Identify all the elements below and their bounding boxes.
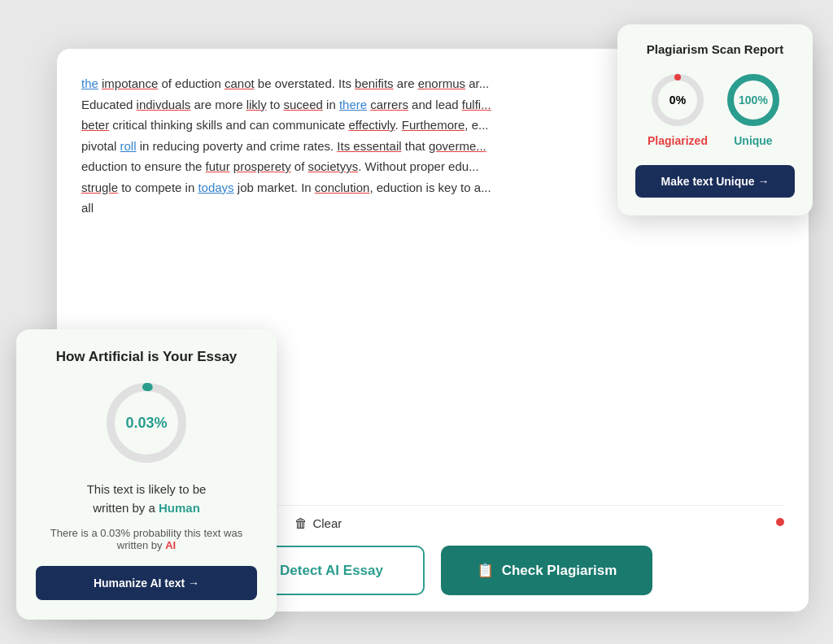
word-furthemore: Furthemore	[402, 118, 465, 132]
plagiarized-percent: 0%	[669, 94, 686, 107]
word-enormus: enormus	[418, 76, 465, 90]
word-societyys: societyys	[308, 159, 359, 173]
humanize-button[interactable]: Humanize AI text →	[36, 566, 257, 600]
ai-word: AI	[165, 539, 176, 551]
word-benifits: benifits	[355, 76, 394, 90]
unique-gauge: 100%	[724, 71, 783, 129]
word-impotance: impotance	[102, 76, 158, 90]
word-todays: todays	[198, 181, 233, 194]
scan-report-card: Plagiarism Scan Report 0% Plagiarized 10…	[617, 24, 813, 215]
check-plagiarism-button[interactable]: 📋 Check Plagiarism	[441, 546, 652, 595]
plagiarized-gauge: 0%	[648, 71, 707, 129]
trash-icon: 🗑	[294, 516, 307, 531]
word-roll: roll	[120, 139, 137, 153]
word-the: the	[81, 76, 98, 90]
word-likly: likly	[246, 98, 267, 111]
unique-percent: 100%	[739, 94, 768, 107]
word-strugle: strugle	[81, 181, 118, 194]
unique-label: Unique	[734, 134, 772, 147]
clear-button[interactable]: 🗑 Clear	[294, 516, 342, 531]
plagiarized-label: Plagiarized	[648, 134, 708, 147]
word-suceed: suceed	[284, 98, 323, 111]
human-word: Human	[159, 501, 200, 515]
ai-description: This text is likely to be written by a H…	[36, 481, 257, 517]
ai-gauge-wrapper: 0.03%	[36, 378, 257, 468]
document-icon: 📋	[477, 562, 494, 579]
unique-gauge-item: 100% Unique	[724, 71, 783, 147]
word-futur: futur	[206, 159, 230, 173]
ai-gauge: 0.03%	[102, 378, 191, 468]
word-fulfi: fulfi...	[462, 98, 491, 111]
word-its-essentail: Its essentail	[337, 139, 401, 153]
plagiarized-gauge-item: 0% Plagiarized	[648, 71, 708, 147]
word-prosperety: prosperety	[233, 159, 291, 173]
word-there: there	[339, 98, 367, 111]
word-effectivly: effectivly	[349, 118, 395, 132]
word-conclution: conclution	[315, 181, 370, 194]
scan-report-title: Plagiarism Scan Report	[635, 42, 795, 56]
make-unique-button[interactable]: Make text Unique →	[635, 165, 795, 198]
ai-sub: There is a 0.03% probability this text w…	[36, 527, 257, 551]
ai-percent: 0.03%	[125, 415, 167, 432]
word-beter: beter	[81, 118, 109, 132]
word-goverme: goverme...	[429, 139, 486, 153]
word-indivduals: indivduals	[137, 98, 191, 111]
ai-card: How Artificial is Your Essay 0.03% This …	[16, 329, 277, 620]
status-dot	[776, 518, 784, 526]
word-canot: canot	[225, 76, 255, 90]
ai-card-title: How Artificial is Your Essay	[36, 349, 257, 365]
word-carrers: carrers	[370, 98, 408, 111]
gauges-row: 0% Plagiarized 100% Unique	[635, 71, 795, 147]
